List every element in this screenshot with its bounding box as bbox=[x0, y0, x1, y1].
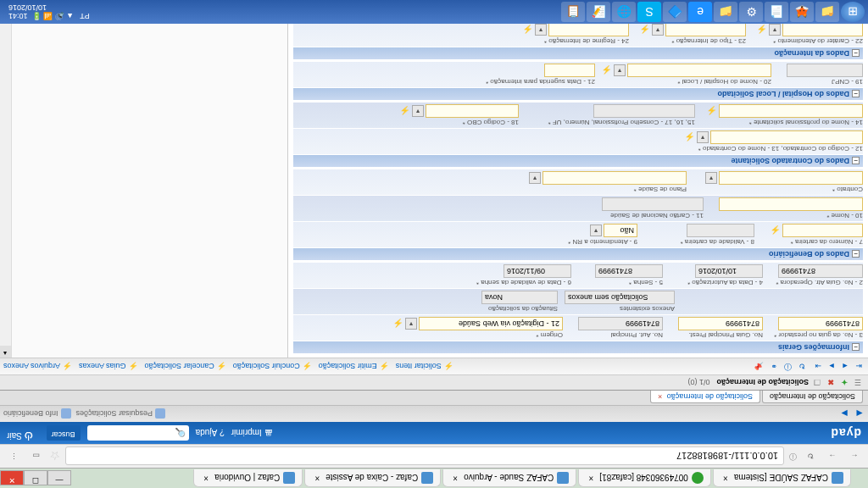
lookup-icon[interactable]: ⚡ bbox=[685, 133, 695, 142]
logout-link[interactable]: ⏻ Sair bbox=[7, 425, 33, 441]
dropdown-icon[interactable]: ▼ bbox=[535, 24, 547, 36]
dropdown-icon[interactable]: ▼ bbox=[652, 24, 664, 36]
menu-icon[interactable]: ⋮ bbox=[5, 448, 22, 465]
collapse-icon[interactable]: − bbox=[852, 50, 860, 58]
help-link[interactable]: ? Ajuda bbox=[196, 425, 225, 441]
last-record-icon[interactable]: ⇥ bbox=[812, 363, 824, 371]
attached-files-link[interactable]: ⚡ Arquivos Anexos bbox=[3, 363, 72, 371]
taskbar-app-icon[interactable]: 📄 bbox=[765, 2, 788, 22]
cancel-request-link[interactable]: ⚡ Cancelar Solicitação bbox=[145, 363, 226, 371]
tab-close-icon[interactable]: × bbox=[450, 473, 460, 483]
lookup-icon[interactable]: ⚡ bbox=[602, 66, 612, 75]
tab-close-icon[interactable]: × bbox=[721, 473, 731, 483]
taskbar-app-icon[interactable]: 🌐 bbox=[612, 2, 636, 22]
hospital-input[interactable] bbox=[627, 64, 771, 77]
lookup-icon[interactable]: ⚡ bbox=[707, 107, 717, 116]
maximize-button[interactable]: ☐ bbox=[24, 471, 47, 486]
collapse-icon[interactable]: − bbox=[852, 344, 860, 352]
taskbar-app-icon[interactable]: ⚙ bbox=[739, 2, 763, 22]
atendimento-rn-select[interactable] bbox=[604, 224, 637, 237]
attached-guides-link[interactable]: ⚡ Guias Anexas bbox=[79, 363, 138, 371]
browser-tab[interactable]: Cafaz | Ouvidoria × bbox=[193, 469, 303, 487]
contrato-input[interactable] bbox=[719, 171, 863, 185]
finish-request-link[interactable]: ⚡ Concluir Solicitação bbox=[233, 363, 312, 371]
pin-icon[interactable]: 📌 bbox=[754, 363, 764, 371]
tab-close-icon[interactable]: × bbox=[586, 473, 596, 483]
collapse-icon[interactable]: − bbox=[852, 251, 860, 258]
start-button[interactable]: ⊞ bbox=[841, 2, 865, 22]
lookup-icon[interactable]: ⚡ bbox=[757, 25, 767, 35]
back-button[interactable]: ← bbox=[846, 448, 863, 465]
section-internment[interactable]: − Dados da Internação bbox=[293, 47, 863, 59]
taskbar-app-icon[interactable]: 📋 bbox=[561, 2, 585, 22]
taskbar-app-icon[interactable]: 🦊 bbox=[790, 2, 814, 22]
plano-input[interactable] bbox=[542, 171, 687, 185]
data-internacao-input[interactable] bbox=[544, 64, 595, 77]
collapse-icon[interactable]: − bbox=[852, 158, 860, 165]
tipo-internacao-select[interactable] bbox=[665, 24, 746, 36]
search-button[interactable]: Buscar bbox=[47, 425, 81, 441]
lookup-icon[interactable]: ⚡ bbox=[400, 107, 410, 116]
refresh-icon[interactable]: ↻ bbox=[798, 363, 805, 371]
beneficiary-info-link[interactable]: Info Beneficiário bbox=[3, 409, 71, 419]
dropdown-icon[interactable]: ▼ bbox=[769, 24, 781, 36]
forward-button[interactable]: → bbox=[824, 448, 841, 465]
list-icon[interactable]: ☰ bbox=[853, 378, 863, 388]
collapse-icon[interactable]: − bbox=[852, 91, 860, 98]
taskbar-app-icon[interactable]: 📝 bbox=[587, 2, 610, 22]
tab-close-icon[interactable]: × bbox=[201, 473, 211, 483]
print-link[interactable]: 🖶 Imprimir bbox=[231, 425, 273, 441]
dropdown-icon[interactable]: ▼ bbox=[705, 172, 717, 184]
guia-principal-prest-input[interactable] bbox=[678, 317, 763, 330]
carteira-input[interactable] bbox=[782, 224, 863, 237]
codigo-contratado-input[interactable] bbox=[710, 130, 863, 144]
regime-internacao-select[interactable] bbox=[548, 24, 629, 36]
lookup-icon[interactable]: ⚡ bbox=[771, 226, 781, 236]
dropdown-icon[interactable]: ▼ bbox=[412, 105, 424, 117]
tab-close-icon[interactable]: × bbox=[658, 392, 662, 401]
scrollbar[interactable]: ▴ bbox=[0, 24, 12, 358]
info-icon[interactable]: ⓘ bbox=[784, 361, 792, 372]
extension-icon[interactable]: ▭ bbox=[27, 448, 44, 465]
global-search-input[interactable]: 🔍 bbox=[87, 425, 189, 441]
link-icon[interactable]: ⚭ bbox=[771, 363, 777, 371]
taskbar-app-icon[interactable]: S bbox=[637, 2, 661, 22]
copy-icon[interactable]: ❐ bbox=[812, 378, 822, 388]
emit-request-link[interactable]: ⚡ Emitir Solicitação bbox=[319, 363, 389, 371]
nome-input[interactable] bbox=[719, 197, 863, 211]
nav-prev-icon[interactable]: ◄ bbox=[854, 408, 865, 420]
system-clock[interactable]: PT ▲ 🔊 📶 🔋 10:41 10/10/2016 bbox=[3, 3, 95, 20]
next-record-icon[interactable]: ► bbox=[826, 363, 837, 371]
request-items-link[interactable]: ⚡ Solicitar Itens bbox=[396, 363, 453, 371]
section-beneficiary[interactable]: − Dados do Beneficiário bbox=[293, 248, 863, 260]
add-icon[interactable]: ✦ bbox=[839, 378, 849, 388]
nav-next-icon[interactable]: ► bbox=[839, 408, 849, 420]
dropdown-icon[interactable]: ▼ bbox=[590, 225, 602, 236]
section-contractor[interactable]: − Dados do Contratado Solicitante bbox=[293, 155, 863, 167]
lookup-icon[interactable]: ⚡ bbox=[523, 25, 533, 35]
reload-button[interactable]: ↻ bbox=[802, 448, 819, 465]
dropdown-icon[interactable]: ▼ bbox=[697, 131, 709, 143]
browser-tab[interactable]: CAFAZ SAÚDE [Sistema × bbox=[713, 469, 851, 487]
section-general-info[interactable]: − Informações Gerais bbox=[293, 341, 863, 353]
profissional-input[interactable] bbox=[719, 104, 863, 118]
lookup-icon[interactable]: ⚡ bbox=[393, 319, 403, 329]
browser-tab[interactable]: 00749360348 [cafaz81] × bbox=[578, 469, 711, 487]
lookup-icon[interactable]: ⚡ bbox=[640, 25, 650, 35]
scroll-up-icon[interactable]: ▴ bbox=[0, 346, 11, 358]
guia-prestador-input[interactable] bbox=[778, 317, 863, 330]
dropdown-icon[interactable]: ▼ bbox=[405, 318, 417, 330]
content-tab-active[interactable]: Solicitação de Internação × bbox=[650, 391, 760, 403]
bookmark-icon[interactable]: ☆ bbox=[49, 450, 60, 463]
taskbar-app-icon[interactable]: 📁 bbox=[714, 2, 737, 22]
browser-tab[interactable]: Cafaz - Caixa de Assiste × bbox=[304, 469, 441, 487]
minimize-button[interactable]: — bbox=[47, 471, 71, 486]
origem-select[interactable] bbox=[419, 317, 563, 330]
cbo-input[interactable] bbox=[426, 104, 519, 118]
url-input[interactable] bbox=[65, 447, 784, 466]
taskbar-app-icon[interactable]: e bbox=[688, 2, 712, 22]
site-info-icon[interactable]: ⓘ bbox=[789, 451, 797, 462]
content-tab-inactive[interactable]: Solicitação de Internação bbox=[762, 391, 863, 403]
dropdown-icon[interactable]: ▼ bbox=[529, 172, 541, 184]
taskbar-app-icon[interactable]: 🔷 bbox=[663, 2, 687, 22]
